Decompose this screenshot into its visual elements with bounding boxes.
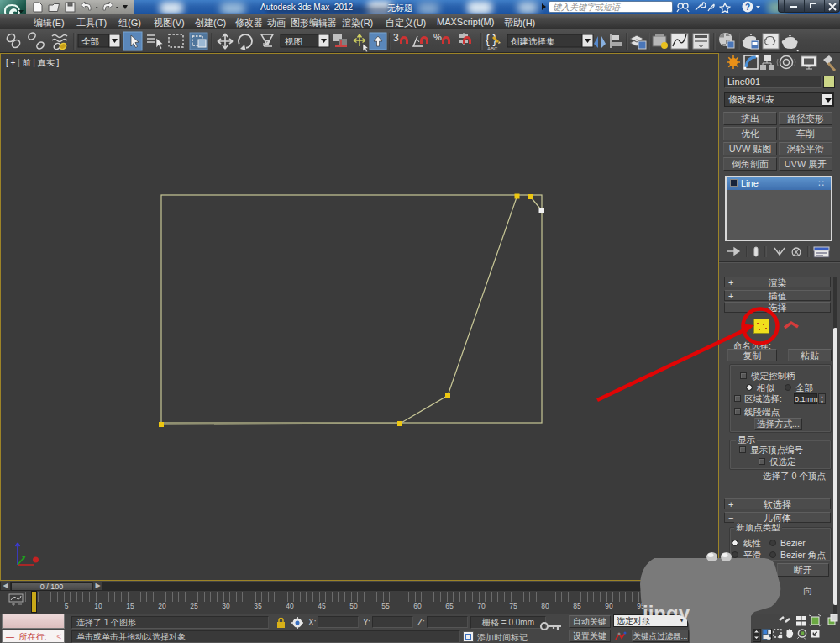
svg-text:jingy: jingy	[642, 602, 690, 625]
